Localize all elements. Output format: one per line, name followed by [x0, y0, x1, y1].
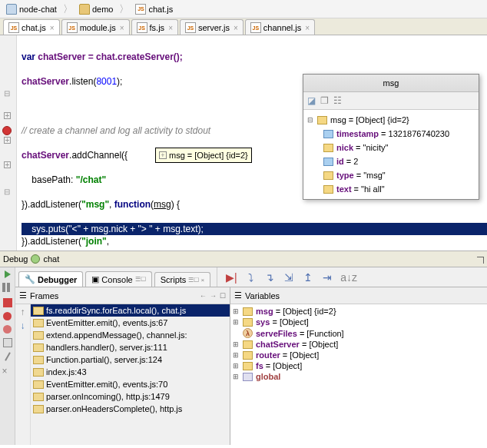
inspection-popup[interactable]: msg ◪ ❐ ☷ ⊟msg = [Object] {id=2} timesta…	[303, 74, 479, 200]
popup-title: msg	[303, 75, 479, 92]
object-icon	[317, 116, 327, 124]
frame-row[interactable]: fs.readdirSync.forEach.local(), chat.js	[31, 304, 230, 317]
run-to-cursor-icon[interactable]: ⇥	[321, 271, 333, 284]
debug-panel: × 🔧Debugger ▣Console☰☐ Scripts☰☐ × ▶| ⤵ …	[0, 267, 487, 445]
tree-icon[interactable]: ☷	[333, 95, 342, 107]
js-file-icon	[67, 22, 78, 33]
fold-icon[interactable]: ⊟	[4, 186, 10, 198]
fold-plus-icon[interactable]: +	[4, 137, 11, 144]
resume-button[interactable]	[5, 270, 11, 278]
popup-toolbar: ◪ ❐ ☷	[303, 92, 479, 110]
frame-icon	[33, 380, 44, 389]
pause-button[interactable]	[2, 283, 13, 294]
frame-row[interactable]: Function.partial(), server.js:124	[31, 353, 230, 366]
sort-icon[interactable]: a↓z	[340, 271, 353, 284]
bc-file[interactable]: chat.js	[132, 3, 176, 15]
expand-icon[interactable]: ⊞	[232, 373, 240, 380]
tab-channel-js[interactable]: channel.js×	[245, 19, 315, 35]
folder-icon	[79, 4, 90, 15]
tab-module-js[interactable]: module.js×	[61, 19, 130, 35]
fold-icon[interactable]: ⊟	[4, 88, 10, 100]
frame-up-icon[interactable]: ↑	[21, 307, 25, 317]
var-row[interactable]: serveFiles = [Function]	[232, 327, 485, 339]
var-row[interactable]: ⊞router = [Object]	[232, 350, 485, 360]
string-icon	[323, 144, 333, 152]
var-row[interactable]: ⊞global	[232, 371, 485, 382]
step-into-icon[interactable]: ↴	[263, 271, 276, 284]
frame-down-icon[interactable]: ↓	[21, 320, 25, 331]
frame-row[interactable]: parser.onHeadersComplete(), http.js	[31, 403, 230, 415]
close-button[interactable]: ×	[2, 366, 13, 377]
show-exec-point-icon[interactable]: ▶|	[225, 271, 237, 284]
debug-toolwindow-tab[interactable]: Debug chat	[0, 251, 487, 267]
frames-title: Frames	[30, 291, 58, 300]
function-icon	[243, 328, 253, 338]
expand-icon[interactable]: ⊞	[232, 340, 240, 348]
frame-row[interactable]: EventEmitter.emit(), events.js:70	[31, 378, 230, 390]
var-row[interactable]: ⊞fs = [Object]	[232, 360, 485, 371]
expand-icon[interactable]: ⊞	[232, 307, 240, 315]
stop-button[interactable]	[3, 298, 12, 307]
expand-icon[interactable]: ⊞	[232, 362, 240, 370]
variables-list[interactable]: ⊞msg = [Object] {id=2} ⊞sys = [Object] s…	[230, 304, 487, 445]
minimize-icon[interactable]: ☐	[220, 292, 226, 300]
watch-icon[interactable]: ◪	[307, 95, 316, 107]
object-icon	[243, 340, 253, 349]
js-file-icon	[135, 4, 146, 15]
bug-icon	[31, 254, 40, 264]
bc-project[interactable]: node-chat	[3, 3, 60, 15]
frame-row[interactable]: extend.appendMessage(), channel.js:	[31, 329, 230, 341]
frame-icon	[33, 331, 44, 340]
console-tab[interactable]: ▣Console☰☐	[85, 271, 151, 287]
frame-icon	[33, 405, 44, 413]
variables-title: Variables	[245, 291, 280, 300]
prev-frame-icon[interactable]: ←	[200, 292, 207, 300]
expand-icon[interactable]: ⊞	[232, 351, 240, 359]
close-icon[interactable]: ×	[305, 24, 310, 32]
code-editor[interactable]: ⊟ + + + ⊟ var chatServer = chat.createSe…	[0, 35, 487, 251]
js-file-icon	[137, 22, 147, 33]
frame-row[interactable]: parser.onIncoming(), http.js:1479	[31, 390, 230, 403]
editor-tabbar: chat.js× module.js× fs.js× server.js× ch…	[0, 18, 487, 35]
view-breakpoints-button[interactable]	[3, 312, 12, 320]
force-step-into-icon[interactable]: ⇲	[283, 271, 295, 284]
gutter[interactable]: ⊟ + + + ⊟	[0, 35, 17, 251]
close-icon[interactable]: ×	[234, 24, 238, 32]
frame-row[interactable]: index.js:43	[31, 366, 230, 378]
tab-server-js[interactable]: server.js×	[180, 19, 244, 35]
tab-chat-js[interactable]: chat.js×	[3, 19, 60, 35]
restore-layout-button[interactable]	[3, 338, 12, 347]
bc-folder[interactable]: demo	[76, 3, 117, 15]
debugger-tab[interactable]: 🔧Debugger	[18, 271, 83, 287]
collapse-icon[interactable]: ⊟	[306, 114, 314, 126]
step-out-icon[interactable]: ↥	[302, 271, 314, 284]
var-row[interactable]: ⊞msg = [Object] {id=2}	[232, 306, 485, 317]
close-icon[interactable]: ×	[120, 24, 124, 32]
tab-fs-js[interactable]: fs.js×	[131, 19, 178, 35]
fold-plus-icon[interactable]: +	[4, 161, 11, 168]
pin-button[interactable]	[5, 352, 11, 360]
tree-root[interactable]: msg = [Object] {id=2}	[330, 114, 409, 126]
step-over-icon[interactable]: ⤵	[244, 271, 257, 284]
var-row[interactable]: ⊞chatServer = [Object]	[232, 339, 485, 350]
close-icon[interactable]: ×	[50, 24, 55, 32]
frame-icon	[33, 356, 44, 364]
mute-breakpoints-button[interactable]	[3, 325, 12, 334]
frame-row[interactable]: EventEmitter.emit(), events.js:67	[31, 317, 230, 329]
copy-icon[interactable]: ❐	[320, 95, 329, 107]
frame-row[interactable]: handlers.handler(), server.js:111	[31, 341, 230, 353]
scripts-tab[interactable]: Scripts☰☐ ×	[154, 272, 211, 287]
next-frame-icon[interactable]: →	[210, 292, 217, 300]
close-icon[interactable]: ×	[168, 24, 173, 32]
string-icon	[323, 185, 333, 194]
frame-list[interactable]: fs.readdirSync.forEach.local(), chat.js …	[31, 304, 230, 445]
eval-tooltip[interactable]: +msg = [Object] {id=2}	[155, 148, 252, 163]
frame-nav: ↑ ↓	[15, 304, 31, 445]
fold-plus-icon[interactable]: +	[4, 112, 11, 119]
debug-label: Debug	[3, 254, 28, 264]
frame-icon	[33, 393, 44, 401]
breakpoint-icon[interactable]	[2, 126, 12, 135]
var-row[interactable]: ⊞sys = [Object]	[232, 317, 485, 327]
expand-icon[interactable]: +	[159, 151, 167, 159]
expand-icon[interactable]: ⊞	[232, 318, 240, 326]
